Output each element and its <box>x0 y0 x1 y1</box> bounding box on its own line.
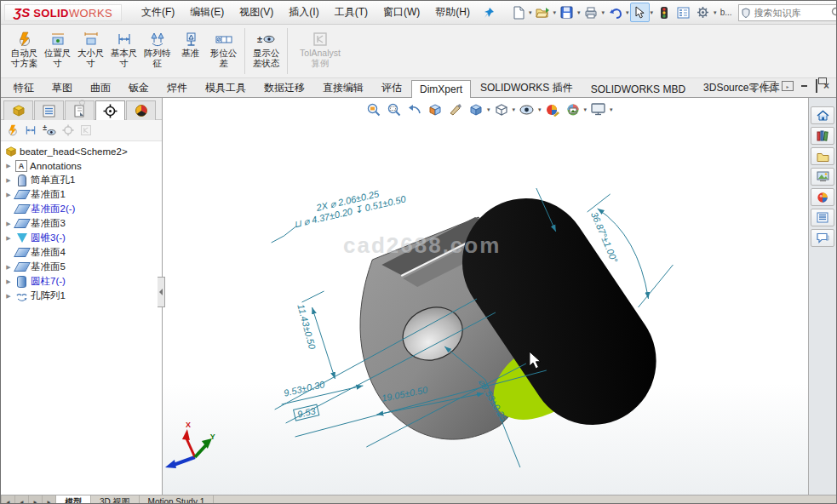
dock-pane-left-icon[interactable]: ◂ <box>764 81 776 91</box>
apply-scene-button[interactable] <box>563 99 583 120</box>
tab-dimxpert[interactable]: DimXpert <box>411 80 471 98</box>
save-caret-icon[interactable]: ▾ <box>577 9 581 17</box>
last-sheet-button[interactable]: ► <box>43 495 56 504</box>
menu-view[interactable]: 视图(V) <box>232 2 281 23</box>
tree-item-annotations[interactable]: ▶ A Annotations <box>1 158 162 173</box>
print-button[interactable] <box>582 3 601 22</box>
dock-pane-right-icon[interactable]: ▸ <box>782 81 794 91</box>
tab-weldments[interactable]: 焊件 <box>158 77 196 97</box>
edit-appearance-button[interactable] <box>542 99 563 120</box>
view-orientation-caret-icon[interactable]: ▾ <box>487 106 490 114</box>
options-list-button[interactable] <box>674 3 693 22</box>
tab-3d-views[interactable]: 3D 视图 <box>91 495 140 504</box>
tab-model[interactable]: 模型 <box>56 495 91 504</box>
hide-show-caret-icon[interactable]: ▾ <box>538 106 542 114</box>
expand-arrow-icon[interactable]: ▶ <box>4 235 13 242</box>
select-tool-button[interactable] <box>630 3 650 22</box>
expand-arrow-icon[interactable]: ▶ <box>4 163 13 169</box>
settings-caret-icon[interactable]: ▾ <box>714 9 717 17</box>
apply-scene-caret-icon[interactable]: ▾ <box>584 106 588 114</box>
tree-item-cylinder7[interactable]: ▶ 圆柱7(-) <box>1 274 162 289</box>
search-input[interactable] <box>753 7 831 19</box>
tree-item-plane2[interactable]: 基准面2(-) <box>1 202 162 216</box>
forum-button[interactable] <box>811 229 834 247</box>
display-style-caret-icon[interactable]: ▾ <box>513 106 516 114</box>
panel-basic-dimension-icon[interactable] <box>25 124 37 136</box>
hide-show-items-button[interactable] <box>516 99 537 120</box>
home-button[interactable] <box>811 106 834 124</box>
zoom-to-area-button[interactable] <box>384 99 404 120</box>
expand-arrow-icon[interactable]: ▶ <box>4 177 13 184</box>
doc-restore-button[interactable] <box>816 80 817 92</box>
undo-caret-icon[interactable]: ▾ <box>626 9 629 17</box>
b-toolbar-flag[interactable]: b... <box>718 3 735 22</box>
dynamic-annotation-views-button[interactable] <box>445 99 466 120</box>
basic-dimension-button[interactable]: 基本尺 寸 <box>107 25 140 77</box>
tree-item-plane3[interactable]: ▶ 基准面3 <box>1 216 162 231</box>
tree-root-part[interactable]: beater_head<Scheme2> <box>1 144 162 158</box>
view-settings-caret-icon[interactable]: ▾ <box>610 106 613 114</box>
panel-grip[interactable] <box>79 100 85 106</box>
open-document-button[interactable] <box>533 3 553 22</box>
expand-arrow-icon[interactable]: ▶ <box>4 192 13 198</box>
menu-file[interactable]: 文件(F) <box>134 2 182 23</box>
settings-gear-button[interactable] <box>693 3 713 22</box>
tree-item-plane5[interactable]: ▶ 基准面5 <box>1 260 162 274</box>
datum-button[interactable]: 基准 <box>174 25 207 77</box>
expand-arrow-icon[interactable]: ▶ <box>4 293 13 300</box>
section-view-button[interactable] <box>425 99 445 120</box>
zoom-to-fit-button[interactable] <box>364 99 384 120</box>
view-orientation-button[interactable] <box>466 99 486 120</box>
new-document-caret-icon[interactable]: ▾ <box>529 9 532 17</box>
show-tolerance-status-button[interactable]: ± 显示公 差状态 <box>249 25 283 77</box>
tab-displaymanager[interactable] <box>126 100 156 120</box>
panel-auto-dimension-icon[interactable] <box>7 124 19 136</box>
tab-solidworks-mbd[interactable]: SOLIDWORKS MBD <box>582 80 694 97</box>
panel-show-tolerance-icon[interactable]: ± <box>43 124 56 136</box>
menu-insert[interactable]: 插入(I) <box>281 2 326 23</box>
tree-item-simple-hole[interactable]: ▶ 简单直孔1 <box>1 173 162 187</box>
tab-sheet-metal[interactable]: 钣金 <box>120 77 158 97</box>
auto-dimension-scheme-button[interactable]: 自动尺 寸方案 <box>8 25 41 77</box>
search-icon[interactable] <box>831 7 837 18</box>
expand-arrow-icon[interactable]: ▶ <box>4 220 13 227</box>
first-sheet-button[interactable]: ◄ <box>1 495 15 504</box>
tab-dimxpertmanager[interactable] <box>95 100 125 120</box>
menu-tools[interactable]: 工具(T) <box>327 2 376 23</box>
doc-minimize-button[interactable] <box>800 82 810 90</box>
graphics-area[interactable]: cad2688.com <box>163 98 808 495</box>
previous-view-button[interactable] <box>404 99 425 120</box>
save-button[interactable] <box>557 3 576 22</box>
new-document-button[interactable] <box>508 3 528 22</box>
view-palette-button[interactable] <box>811 168 834 186</box>
pattern-feature-button[interactable]: 阵列特 征 <box>140 25 174 77</box>
expand-arrow-icon[interactable]: ▶ <box>4 278 13 285</box>
tab-features[interactable]: 特征 <box>5 77 43 97</box>
tab-surfaces[interactable]: 曲面 <box>82 77 119 97</box>
menu-edit[interactable]: 编辑(E) <box>182 2 232 23</box>
location-dimension-button[interactable]: 位置尺 寸 <box>41 25 74 77</box>
tab-sketch[interactable]: 草图 <box>43 77 81 97</box>
tree-item-plane4[interactable]: 基准面4 <box>1 245 162 260</box>
geometric-tolerance-button[interactable]: 形位公 差 <box>207 25 240 77</box>
tree-item-hole-pattern[interactable]: ▶ 孔阵列1 <box>1 289 162 303</box>
view-settings-button[interactable] <box>588 99 609 120</box>
panel-collapse-handle[interactable] <box>158 277 165 307</box>
display-style-button[interactable] <box>491 99 512 120</box>
tab-mold-tools[interactable]: 模具工具 <box>197 77 255 97</box>
tab-propertymanager[interactable] <box>34 100 64 120</box>
select-tool-caret-icon[interactable]: ▾ <box>651 9 654 17</box>
rebuild-button[interactable] <box>654 3 674 22</box>
menu-window[interactable]: 窗口(W) <box>376 2 427 23</box>
tab-data-migration[interactable]: 数据迁移 <box>255 77 313 97</box>
design-library-button[interactable] <box>811 127 834 145</box>
custom-properties-button[interactable] <box>811 209 834 226</box>
pin-menu-icon[interactable] <box>483 7 495 19</box>
tab-evaluate[interactable]: 评估 <box>373 77 410 97</box>
menu-help[interactable]: 帮助(H) <box>427 2 478 23</box>
print-caret-icon[interactable]: ▾ <box>602 9 605 17</box>
size-dimension-button[interactable]: 大小尺 寸 <box>74 25 107 77</box>
file-explorer-button[interactable] <box>811 147 834 165</box>
undo-button[interactable] <box>605 3 625 22</box>
appearances-scenes-button[interactable] <box>811 188 834 206</box>
